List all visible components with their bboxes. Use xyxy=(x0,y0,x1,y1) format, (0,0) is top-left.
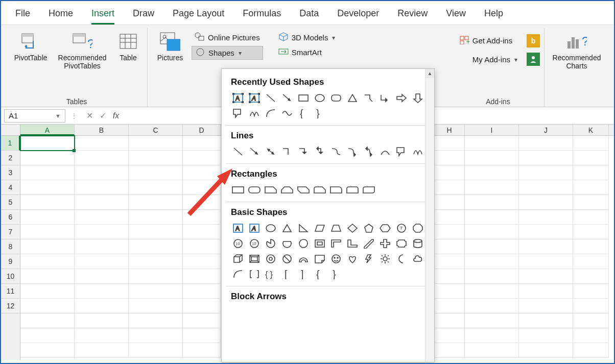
shape-arc[interactable] xyxy=(264,107,278,120)
shape-line[interactable] xyxy=(264,91,278,105)
shape-freeform[interactable] xyxy=(362,91,376,105)
shape-dodecagon[interactable]: 12 xyxy=(247,237,262,250)
tab-review[interactable]: Review xyxy=(397,5,428,25)
col-header-J[interactable]: J xyxy=(519,125,573,135)
shape-curve[interactable] xyxy=(378,145,392,158)
shapes-scrollbar[interactable]: ▲ xyxy=(425,69,434,362)
select-all-corner[interactable] xyxy=(1,125,20,135)
shape-curved-double-arrow[interactable] xyxy=(362,145,376,158)
col-header-H[interactable]: H xyxy=(434,125,465,135)
shape-wave[interactable] xyxy=(280,107,294,120)
table-button[interactable]: Table xyxy=(113,31,143,62)
cancel-button[interactable]: ✕ xyxy=(83,111,96,120)
shape-arrow[interactable] xyxy=(247,145,262,158)
shape-trapezoid[interactable] xyxy=(329,222,343,235)
shape-cloud[interactable] xyxy=(411,252,425,265)
shape-triangle[interactable] xyxy=(345,91,360,105)
shape-line[interactable] xyxy=(231,145,245,158)
shape-rounded-rect[interactable] xyxy=(329,91,343,105)
shape-oval[interactable] xyxy=(264,222,278,235)
shape-no-symbol[interactable] xyxy=(280,252,294,265)
shape-plaque[interactable] xyxy=(394,237,409,250)
shape-donut[interactable] xyxy=(264,252,278,265)
scroll-up-button[interactable]: ▲ xyxy=(425,69,434,78)
shape-textbox-h[interactable]: A xyxy=(231,222,245,235)
shape-elbow-arrow[interactable] xyxy=(378,91,392,105)
shape-right-brace[interactable]: } xyxy=(329,268,343,281)
col-header-B[interactable]: B xyxy=(75,125,129,135)
tab-page-layout[interactable]: Page Layout xyxy=(173,5,224,25)
row-header-1[interactable]: 1 xyxy=(1,136,20,151)
shape-block-arrow-right[interactable] xyxy=(394,91,409,105)
shape-pie[interactable] xyxy=(264,237,278,250)
shape-rect-round1[interactable] xyxy=(329,183,343,197)
row-header-8[interactable]: 8 xyxy=(1,239,20,254)
shape-curved-connector[interactable] xyxy=(329,145,343,158)
shape-oval[interactable] xyxy=(313,91,327,105)
shape-rectangle[interactable] xyxy=(296,91,311,105)
shape-left-bracket[interactable]: [ xyxy=(280,268,294,281)
online-pictures-button[interactable]: Online Pictures xyxy=(192,31,263,44)
row-header-9[interactable]: 9 xyxy=(1,254,20,269)
shape-brace-right[interactable]: } xyxy=(313,107,327,120)
shape-brace-left[interactable]: { xyxy=(296,107,311,120)
shape-rect-round2diag[interactable] xyxy=(362,183,376,197)
shape-curved-arrow-connector[interactable] xyxy=(345,145,360,158)
shape-hexagon[interactable] xyxy=(378,222,392,235)
shape-rect-snip2same[interactable] xyxy=(280,183,294,197)
name-box[interactable]: A1 ▼ xyxy=(4,109,65,123)
shape-chord[interactable] xyxy=(280,237,294,250)
shape-diamond[interactable] xyxy=(345,222,360,235)
shape-diag-stripe[interactable] xyxy=(362,237,376,250)
cell-A1[interactable] xyxy=(20,136,75,151)
shape-rect-snip2diag[interactable] xyxy=(296,183,311,197)
shape-pentagon[interactable] xyxy=(362,222,376,235)
shape-frame[interactable] xyxy=(313,237,327,250)
shape-right-triangle[interactable] xyxy=(296,222,311,235)
shape-plus[interactable] xyxy=(378,237,392,250)
tab-draw[interactable]: Draw xyxy=(133,5,154,25)
shape-can[interactable] xyxy=(411,237,425,250)
shape-callout-rounded[interactable] xyxy=(231,107,245,120)
shape-octagon[interactable] xyxy=(411,222,425,235)
shape-double-brace[interactable]: { } xyxy=(264,268,278,281)
row-header-3[interactable]: 3 xyxy=(1,165,20,180)
shape-moon[interactable] xyxy=(394,252,409,265)
shape-decagon[interactable]: 10 xyxy=(231,237,245,250)
people-addin-button[interactable] xyxy=(527,53,540,66)
shape-block-arrow-down[interactable] xyxy=(411,91,425,105)
row-header-7[interactable]: 7 xyxy=(1,225,20,239)
shape-line-arrow[interactable] xyxy=(280,91,294,105)
row-header-11[interactable]: 11 xyxy=(1,284,20,299)
shape-elbow-double-arrow[interactable] xyxy=(313,145,327,158)
shape-arc[interactable] xyxy=(231,268,245,281)
row-header-10[interactable]: 10 xyxy=(1,269,20,284)
shape-l-shape[interactable] xyxy=(345,237,360,250)
shape-elbow-arrow-connector[interactable] xyxy=(296,145,311,158)
shapes-dropdown-button[interactable]: Shapes ▾ xyxy=(192,46,263,60)
shape-teardrop[interactable] xyxy=(296,237,311,250)
shape-half-frame[interactable] xyxy=(329,237,343,250)
col-header-A[interactable]: A xyxy=(20,125,75,135)
shape-rect-snip1[interactable] xyxy=(264,183,278,197)
smartart-button[interactable]: SmartArt xyxy=(275,46,339,59)
3d-models-button[interactable]: 3D Models ▾ xyxy=(275,31,339,44)
shape-parallelogram[interactable] xyxy=(313,222,327,235)
shape-double-arrow[interactable] xyxy=(264,145,278,158)
shape-freeform[interactable] xyxy=(394,145,409,158)
tab-view[interactable]: View xyxy=(446,5,466,25)
pivottable-button[interactable]: PivotTable xyxy=(10,31,51,62)
shape-block-arc[interactable] xyxy=(296,252,311,265)
shape-textbox-v[interactable]: A xyxy=(247,222,262,235)
tab-data[interactable]: Data xyxy=(299,5,319,25)
row-header-12[interactable]: 12 xyxy=(1,299,20,313)
shape-right-bracket[interactable]: ] xyxy=(296,268,311,281)
shape-rect-round2same[interactable] xyxy=(345,183,360,197)
shape-textbox-v[interactable]: A xyxy=(247,91,262,105)
shape-sun[interactable] xyxy=(378,252,392,265)
shape-double-bracket[interactable] xyxy=(247,268,262,281)
tab-file[interactable]: File xyxy=(15,5,30,25)
tab-formulas[interactable]: Formulas xyxy=(243,5,281,25)
shape-scribble[interactable] xyxy=(411,145,425,158)
col-header-D[interactable]: D xyxy=(183,125,221,135)
